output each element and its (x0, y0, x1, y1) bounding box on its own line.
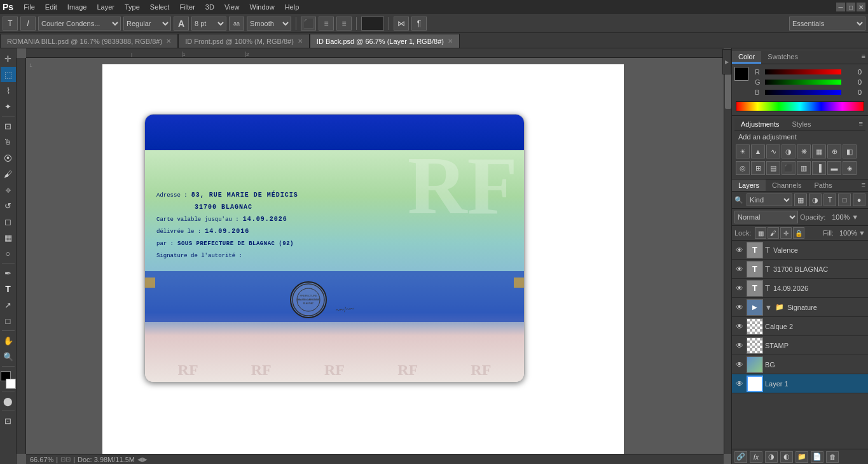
filter-type-btn[interactable]: T (823, 193, 836, 206)
clone-stamp-tool[interactable]: ⎆ (1, 182, 16, 197)
lock-position-btn[interactable]: ✛ (780, 227, 792, 239)
char-panel-button[interactable]: ¶ (411, 17, 427, 31)
tab-romania-bill[interactable]: ROMANIA BILL.psd @ 16.7% (9839388, RGB/8… (0, 34, 178, 48)
channel-mixer-adj-icon[interactable]: ⊞ (751, 161, 765, 175)
selective-color-adj-icon[interactable]: ◈ (843, 161, 857, 175)
lock-all-btn[interactable]: 🔒 (793, 227, 804, 239)
tab-id-front[interactable]: ID Front.psd @ 100% (M, RGB/8#) ✕ (178, 34, 310, 48)
move-tool[interactable]: ✛ (1, 51, 16, 66)
adjustments-panel-menu[interactable]: ≡ (857, 118, 865, 130)
align-right-button[interactable]: ≡ (336, 17, 352, 31)
photo-filter-adj-icon[interactable]: ◎ (736, 161, 750, 175)
shape-tool[interactable]: □ (1, 313, 16, 328)
brightness-adj-icon[interactable]: ☀ (736, 144, 750, 158)
menu-edit[interactable]: Edit (40, 2, 62, 12)
text-color-swatch[interactable] (361, 17, 384, 31)
active-color-swatch[interactable] (734, 67, 748, 81)
filter-toggle[interactable]: ● (853, 193, 865, 206)
tab-adjustments[interactable]: Adjustments (734, 118, 786, 130)
layers-list[interactable]: 👁 T T Valence 👁 T T 31700 BLAGNAC 👁 T T (732, 241, 868, 449)
invert-adj-icon[interactable]: ⬛ (782, 161, 796, 175)
menu-layer[interactable]: Layer (92, 2, 120, 12)
green-slider[interactable] (765, 80, 841, 85)
layer-item-stamp[interactable]: 👁 STAMP (732, 336, 868, 355)
layer-adj-btn[interactable]: ◐ (780, 451, 793, 463)
path-select-tool[interactable]: ↗ (1, 297, 16, 313)
layer-link-btn[interactable]: 🔗 (734, 451, 747, 463)
vibrance-adj-icon[interactable]: ❋ (797, 144, 811, 158)
gradient-map-adj-icon[interactable]: ▬ (827, 161, 841, 175)
layer-fx-btn[interactable]: fx (750, 451, 762, 463)
layer-visibility-valence[interactable]: 👁 (734, 245, 745, 255)
font-style-select[interactable]: Regular (123, 17, 171, 31)
hand-tool[interactable]: ✋ (1, 333, 16, 348)
v-scroll-thumb[interactable] (725, 71, 731, 109)
menu-file[interactable]: File (18, 2, 40, 12)
magic-wand-tool[interactable]: ✦ (1, 99, 16, 114)
gradient-tool[interactable]: ▦ (1, 230, 16, 245)
menu-select[interactable]: Select (145, 2, 175, 12)
menu-help[interactable]: Help (280, 2, 305, 12)
layer-visibility-layer1[interactable]: 👁 (734, 379, 745, 389)
color-balance-adj-icon[interactable]: ⊕ (827, 144, 841, 158)
exposure-adj-icon[interactable]: ◑ (782, 144, 796, 158)
threshold-adj-icon[interactable]: ▐ (812, 161, 826, 175)
layer-mask-btn[interactable]: ◑ (765, 451, 778, 463)
foreground-background-colors[interactable] (1, 371, 16, 389)
warp-text-button[interactable]: ⋈ (394, 17, 409, 31)
fill-arrow[interactable]: ▼ (858, 229, 865, 237)
tab-paths[interactable]: Paths (808, 179, 839, 191)
menu-view[interactable]: View (219, 2, 245, 12)
type-tool-icon[interactable]: T (3, 17, 18, 31)
layer-visibility-date[interactable]: 👁 (734, 283, 745, 293)
layer-item-layer1[interactable]: 👁 Layer 1 (732, 374, 868, 393)
filter-shape-btn[interactable]: □ (838, 193, 851, 206)
tab-styles[interactable]: Styles (786, 118, 818, 130)
menu-3d[interactable]: 3D (200, 2, 219, 12)
tab-color[interactable]: Color (732, 51, 761, 64)
background-color[interactable] (6, 379, 16, 389)
dodge-tool[interactable]: ○ (1, 246, 16, 261)
layer-new-btn[interactable]: 📄 (811, 451, 823, 463)
layer-item-signature[interactable]: 👁 ▶ ▼ 📁 Signature (732, 298, 868, 317)
color-spectrum[interactable] (736, 101, 864, 111)
menu-image[interactable]: Image (62, 2, 92, 12)
crop-tool[interactable]: ⊡ (1, 118, 16, 134)
tab-close-id-front[interactable]: ✕ (298, 38, 303, 45)
menu-type[interactable]: Type (120, 2, 145, 12)
layer-visibility-signature[interactable]: 👁 (734, 302, 745, 313)
type-tool[interactable]: T (1, 281, 16, 297)
curves-adj-icon[interactable]: ∿ (766, 144, 780, 158)
tab-swatches[interactable]: Swatches (761, 51, 804, 64)
minimize-button[interactable]: ─ (836, 3, 845, 11)
history-brush-tool[interactable]: ↺ (1, 198, 16, 213)
layers-panel-menu[interactable]: ≡ (859, 179, 868, 191)
close-button[interactable]: ✕ (857, 3, 865, 11)
color-panel-menu[interactable]: ≡ (859, 51, 868, 64)
layer-item-date[interactable]: 👁 T T 14.09.2026 (732, 279, 868, 298)
menu-filter[interactable]: Filter (174, 2, 200, 12)
layer-item-valence[interactable]: 👁 T T Valence (732, 241, 868, 260)
levels-adj-icon[interactable]: ▲ (751, 144, 765, 158)
layer-group-btn[interactable]: 📁 (796, 451, 808, 463)
scroll-nav-left[interactable]: ◀ (137, 456, 142, 463)
zoom-tool[interactable]: 🔍 (1, 349, 16, 364)
blue-slider[interactable] (765, 90, 841, 95)
layer-visibility-blagnac[interactable]: 👁 (734, 264, 745, 274)
eyedropper-tool[interactable]: 🖰 (1, 134, 16, 150)
layer-item-blagnac[interactable]: 👁 T T 31700 BLAGNAC (732, 260, 868, 279)
menu-window[interactable]: Window (245, 2, 280, 12)
red-slider[interactable] (765, 69, 841, 74)
font-size-select[interactable]: 8 pt (191, 17, 226, 31)
workspace-select[interactable]: Essentials (789, 17, 865, 31)
filter-adj-btn[interactable]: ◑ (809, 193, 822, 206)
align-left-button[interactable]: ⬛ (301, 17, 316, 31)
screen-mode-button[interactable]: ⊡ (1, 413, 16, 428)
color-lookup-adj-icon[interactable]: ▤ (766, 161, 780, 175)
blend-mode-select[interactable]: Normal (734, 211, 798, 223)
tab-close-romania[interactable]: ✕ (166, 38, 171, 45)
eraser-tool[interactable]: ◻ (1, 214, 16, 229)
layer-visibility-calque2[interactable]: 👁 (734, 321, 745, 332)
tab-layers[interactable]: Layers (732, 179, 766, 191)
layer-visibility-bg[interactable]: 👁 (734, 360, 745, 370)
